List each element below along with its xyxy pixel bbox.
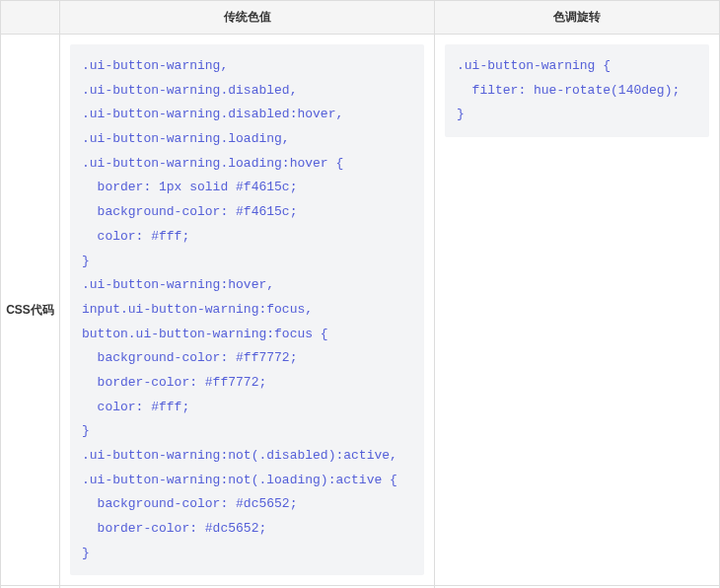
cell-code-traditional: .ui-button-warning, .ui-button-warning.d… — [60, 35, 435, 586]
cell-code-hue-rotate: .ui-button-warning { filter: hue-rotate(… — [435, 35, 720, 586]
row-header-code: CSS代码 — [1, 35, 60, 586]
code-block-hue-rotate: .ui-button-warning { filter: hue-rotate(… — [445, 44, 709, 137]
comparison-table: 传统色值 色调旋转 CSS代码 .ui-button-warning, .ui-… — [0, 0, 720, 588]
code-block-traditional: .ui-button-warning, .ui-button-warning.d… — [70, 44, 424, 575]
col-header-traditional: 传统色值 — [60, 1, 435, 35]
corner-header — [1, 1, 60, 35]
col-header-hue-rotate: 色调旋转 — [435, 1, 720, 35]
